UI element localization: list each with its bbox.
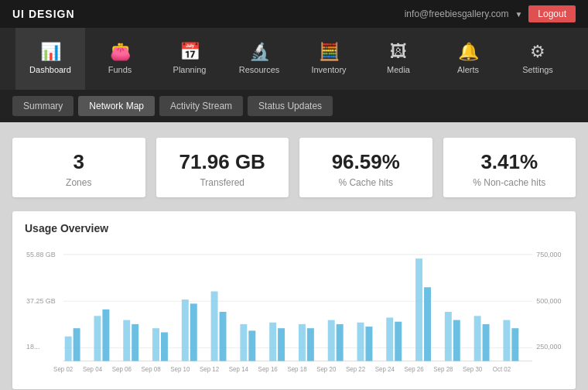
logout-button[interactable]: Logout <box>528 5 576 22</box>
nav-label-resources: Resources <box>239 65 280 74</box>
svg-text:Sep 20: Sep 20 <box>316 366 337 373</box>
user-email: info@freebiesgallery.com <box>405 9 509 19</box>
nav-label-dashboard: Dashboard <box>29 65 71 74</box>
svg-rect-37 <box>453 320 460 361</box>
svg-text:Sep 24: Sep 24 <box>375 366 395 373</box>
svg-rect-27 <box>307 328 314 361</box>
svg-rect-26 <box>299 324 306 361</box>
subnav-status-updates[interactable]: Status Updates <box>248 96 333 116</box>
stat-card-cache-hits: 96.59% % Cache hits <box>299 138 432 197</box>
svg-text:18...: 18... <box>26 343 39 351</box>
nav-label-inventory: Inventory <box>311 65 346 74</box>
svg-text:Sep 02: Sep 02 <box>53 366 74 373</box>
nav-item-alerts[interactable]: 🔔 Alerts <box>433 28 503 90</box>
svg-text:Sep 22: Sep 22 <box>346 366 366 373</box>
stat-card-transferred: 71.96 GB Transfered <box>156 138 289 197</box>
svg-text:500,000: 500,000 <box>536 297 561 305</box>
settings-icon: ⚙ <box>530 43 545 60</box>
funds-icon: 👛 <box>110 43 131 60</box>
chart-container: Usage Overview 55.88 GB 37.25 GB 18... 7… <box>12 211 576 389</box>
nav-item-resources[interactable]: 🔬 Resources <box>224 28 294 90</box>
svg-rect-21 <box>220 312 227 361</box>
chart-area: 55.88 GB 37.25 GB 18... 750,000 500,000 … <box>25 242 563 381</box>
nav-label-media: Media <box>387 65 410 74</box>
svg-rect-13 <box>102 310 109 361</box>
svg-rect-35 <box>424 287 431 361</box>
nav-label-settings: Settings <box>522 65 553 74</box>
nav-item-funds[interactable]: 👛 Funds <box>85 28 155 90</box>
svg-rect-38 <box>474 316 481 361</box>
svg-rect-34 <box>415 258 422 361</box>
svg-text:Sep 26: Sep 26 <box>405 366 425 373</box>
nav-item-media[interactable]: 🖼 Media <box>364 28 433 90</box>
nav-label-planning: Planning <box>173 65 207 74</box>
svg-text:55.88 GB: 55.88 GB <box>26 251 56 258</box>
svg-rect-10 <box>65 337 72 361</box>
nav-item-settings[interactable]: ⚙ Settings <box>503 28 573 90</box>
svg-rect-32 <box>386 318 393 361</box>
transferred-value: 71.96 GB <box>172 150 274 174</box>
nav-item-planning[interactable]: 📅 Planning <box>155 28 224 90</box>
svg-text:Sep 18: Sep 18 <box>287 366 307 373</box>
cache-hits-value: 96.59% <box>315 150 417 174</box>
svg-text:Sep 14: Sep 14 <box>229 366 249 373</box>
nav-label-funds: Funds <box>108 65 132 74</box>
nav-item-inventory[interactable]: 🧮 Inventory <box>294 28 364 90</box>
subnav-network-map[interactable]: Network Map <box>78 96 155 116</box>
inventory-icon: 🧮 <box>319 43 340 60</box>
svg-rect-19 <box>190 304 197 361</box>
zones-label: Zones <box>28 177 130 188</box>
svg-rect-28 <box>328 320 335 361</box>
planning-icon: 📅 <box>179 43 200 60</box>
svg-text:Sep 10: Sep 10 <box>170 366 190 373</box>
svg-text:Sep 06: Sep 06 <box>112 366 132 373</box>
svg-text:Sep 12: Sep 12 <box>200 366 220 373</box>
svg-rect-23 <box>248 331 255 361</box>
zones-value: 3 <box>28 150 130 174</box>
svg-rect-30 <box>357 323 364 361</box>
dropdown-arrow-icon[interactable]: ▼ <box>514 10 522 19</box>
svg-rect-14 <box>123 320 130 361</box>
dashboard-icon: 📊 <box>40 43 61 60</box>
svg-rect-41 <box>511 328 518 361</box>
subnav-activity-stream[interactable]: Activity Stream <box>159 96 243 116</box>
stat-card-non-cache-hits: 3.41% % Non-cache hits <box>443 138 576 197</box>
svg-text:Sep 16: Sep 16 <box>258 366 279 373</box>
svg-rect-20 <box>211 292 218 361</box>
stat-cards: 3 Zones 71.96 GB Transfered 96.59% % Cac… <box>12 138 576 197</box>
chart-title: Usage Overview <box>25 222 563 234</box>
main-content: 3 Zones 71.96 GB Transfered 96.59% % Cac… <box>0 122 588 390</box>
svg-rect-24 <box>269 323 276 361</box>
svg-text:750,000: 750,000 <box>536 251 561 258</box>
svg-rect-16 <box>152 328 159 361</box>
svg-rect-40 <box>503 320 510 361</box>
svg-rect-18 <box>182 299 189 361</box>
app-title: UI DESIGN <box>12 8 75 20</box>
alerts-icon: 🔔 <box>458 43 479 60</box>
transferred-label: Transfered <box>172 177 274 188</box>
sub-nav: Summary Network Map Activity Stream Stat… <box>0 90 588 122</box>
svg-rect-22 <box>240 324 247 361</box>
svg-rect-15 <box>132 324 138 361</box>
non-cache-hits-label: % Non-cache hits <box>459 177 561 188</box>
svg-text:250,000: 250,000 <box>536 343 561 351</box>
svg-text:Oct 02: Oct 02 <box>493 366 511 373</box>
nav-label-alerts: Alerts <box>457 65 479 74</box>
nav-item-dashboard[interactable]: 📊 Dashboard <box>15 28 85 90</box>
svg-rect-31 <box>365 327 372 361</box>
cache-hits-label: % Cache hits <box>315 177 417 188</box>
chart-svg: 55.88 GB 37.25 GB 18... 750,000 500,000 … <box>25 242 563 381</box>
stat-card-zones: 3 Zones <box>12 138 145 197</box>
nav-bar: 📊 Dashboard 👛 Funds 📅 Planning 🔬 Resourc… <box>0 28 588 90</box>
top-bar: UI DESIGN info@freebiesgallery.com ▼ Log… <box>0 0 588 28</box>
resources-icon: 🔬 <box>249 43 270 60</box>
svg-rect-29 <box>337 324 344 361</box>
svg-rect-25 <box>278 328 285 361</box>
svg-text:Sep 28: Sep 28 <box>433 366 453 373</box>
svg-text:37.25 GB: 37.25 GB <box>26 297 56 305</box>
top-bar-right: info@freebiesgallery.com ▼ Logout <box>405 5 576 22</box>
svg-rect-39 <box>483 324 490 361</box>
svg-rect-33 <box>395 322 402 361</box>
svg-text:Sep 08: Sep 08 <box>141 366 161 373</box>
subnav-summary[interactable]: Summary <box>12 96 74 116</box>
